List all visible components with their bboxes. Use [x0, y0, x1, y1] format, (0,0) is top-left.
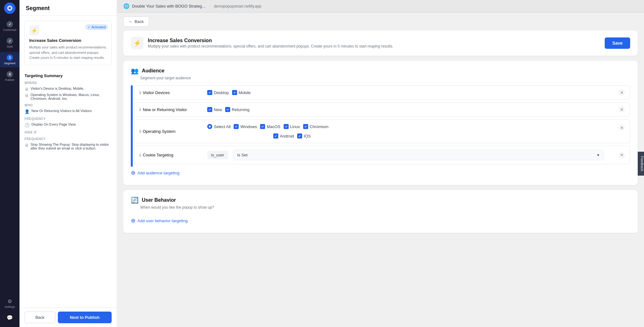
campaign-header-card: ⚡ Increase Sales Conversion Multiply you… — [123, 31, 638, 56]
save-button[interactable]: Save — [605, 37, 630, 49]
svg-point-1 — [8, 7, 11, 9]
cookie-info-icon[interactable]: ℹ — [139, 153, 141, 158]
desktop-label: Desktop — [214, 90, 229, 95]
where-os-text: Operating System is Windows, Macos, Linu… — [31, 93, 112, 100]
frequency-label: FREQUENCY — [25, 117, 112, 121]
targeting-summary: Targeting Summary WHERE 🖥 Visitor's Devi… — [19, 70, 117, 156]
back-nav-button[interactable]: ← Back — [123, 16, 149, 27]
mobile-checkbox[interactable] — [232, 90, 237, 95]
ios-checkbox-item[interactable]: IOS — [297, 133, 311, 138]
ios-checkbox[interactable] — [297, 133, 302, 138]
ios-label: IOS — [304, 134, 311, 138]
returning-checkbox[interactable] — [225, 107, 230, 112]
macos-label: MacOS — [267, 124, 280, 129]
left-navigation: ✓ Customize ✓ Style 3 Segment 4 Publish … — [0, 0, 19, 327]
is-set-select[interactable]: Is Set ▾ — [233, 150, 603, 160]
feedback-tab-label: Feedback — [640, 156, 644, 171]
chat-icon: 💬 — [7, 315, 13, 321]
mobile-checkbox-item[interactable]: Mobile — [232, 90, 251, 95]
visitor-devices-info-icon[interactable]: ℹ — [139, 90, 141, 95]
app-logo[interactable] — [4, 3, 15, 14]
nav-customize-label: Customize — [3, 28, 17, 31]
frequency-summary-icon: 🕐 — [25, 123, 30, 127]
nav-item-style[interactable]: ✓ Style — [0, 35, 19, 51]
campaign-main-title: Increase Sales Conversion — [148, 38, 393, 43]
user-behavior-section: 🔄 User Behavior When would you like the … — [123, 190, 638, 233]
new-checkbox[interactable] — [207, 107, 212, 112]
user-behavior-header: 🔄 User Behavior — [131, 196, 630, 204]
nav-item-settings[interactable]: ⚙ Settings — [0, 296, 19, 311]
macos-checkbox-item[interactable]: MacOS — [260, 124, 280, 129]
audience-header: 👥 Audience — [131, 67, 630, 75]
operating-system-row: ℹ Operating System Select All — [134, 119, 630, 143]
macos-checkbox[interactable] — [260, 124, 265, 129]
feedback-tab[interactable]: Feedback — [638, 151, 644, 175]
accent-bar — [131, 85, 133, 167]
chromium-checkbox[interactable] — [303, 124, 308, 129]
where-label: WHERE — [25, 81, 112, 85]
cookie-targeting-row: ℹ Cookie Targeting is_user Is Set ▾ ✕ — [134, 146, 630, 164]
add-audience-targeting-button[interactable]: ⊕ Add audience targeting — [131, 167, 180, 179]
audience-rows-container: ℹ Visitor Devices Desktop — [131, 85, 630, 167]
add-audience-targeting-label: Add audience targeting — [137, 171, 180, 175]
customize-step-icon: ✓ — [7, 21, 13, 27]
hide-frequency-label: FREQUENCY — [25, 137, 112, 141]
campaign-info: ⚡ Increase Sales Conversion Multiply you… — [131, 37, 393, 49]
new-label: New — [214, 107, 222, 112]
mobile-label: Mobile — [239, 90, 251, 95]
os-row2: Android IOS — [207, 133, 613, 138]
nav-item-customize[interactable]: ✓ Customize — [0, 19, 19, 34]
browser-top-bar: 🌐 Double Your Sales with BOGO Strateg...… — [117, 0, 644, 13]
audience-icon: 👥 — [131, 67, 139, 75]
new-returning-info-icon[interactable]: ℹ — [139, 107, 141, 112]
device-summary-icon: 🖥 — [25, 87, 29, 92]
frequency-item: 🕐 Display On Every Page View. — [25, 122, 112, 127]
browser-tab-title: Double Your Sales with BOGO Strateg... — [132, 4, 205, 8]
nav-item-publish[interactable]: 4 Publish — [0, 69, 19, 84]
android-checkbox[interactable] — [273, 133, 278, 138]
chromium-checkbox-item[interactable]: Chromium — [303, 124, 329, 129]
os-options: Select All Windows — [207, 124, 613, 138]
new-returning-close-button[interactable]: ✕ — [619, 106, 625, 113]
segment-step-badge: 3 — [7, 54, 13, 61]
returning-checkbox-item[interactable]: Returning — [225, 107, 249, 112]
cookie-targeting-label: Cookie Targeting — [143, 153, 173, 157]
content-area: ⚡ Increase Sales Conversion Multiply you… — [117, 31, 644, 244]
os-info-icon[interactable]: ℹ — [139, 129, 141, 134]
back-button-sidebar[interactable]: Back — [25, 312, 55, 323]
hide-summary-icon: 🖥 — [25, 143, 29, 148]
visitor-devices-label: Visitor Devices — [143, 90, 170, 95]
where-item-device: 🖥 Visitor's Device is Desktop, Mobile, — [25, 87, 112, 92]
campaign-title-sidebar: Increase Sales Conversion — [29, 38, 107, 43]
linux-checkbox[interactable] — [284, 124, 289, 129]
campaign-desc-sidebar: Multiply your sales with product recomme… — [29, 45, 107, 60]
audience-rows: ℹ Visitor Devices Desktop — [134, 85, 630, 167]
windows-checkbox[interactable] — [234, 124, 239, 129]
cookie-name-value[interactable]: is_user — [207, 151, 228, 159]
windows-checkbox-item[interactable]: Windows — [234, 124, 257, 129]
activated-badge: Activated — [85, 24, 108, 30]
os-summary-icon: 🖥 — [25, 93, 29, 98]
desktop-checkbox-item[interactable]: Desktop — [207, 90, 229, 95]
add-user-behavior-targeting-button[interactable]: ⊕ Add user behavior targeting — [131, 215, 188, 227]
select-all-radio[interactable] — [207, 124, 212, 129]
android-label: Android — [280, 134, 294, 138]
cookie-close-button[interactable]: ✕ — [619, 152, 625, 158]
android-checkbox-item[interactable]: Android — [273, 133, 294, 138]
new-checkbox-item[interactable]: New — [207, 107, 222, 112]
nav-item-chat[interactable]: 💬 — [0, 312, 19, 323]
browser-url: demopopupsmart.netlify.app — [214, 4, 261, 8]
linux-checkbox-item[interactable]: Linux — [284, 124, 300, 129]
visitor-devices-close-button[interactable]: ✕ — [619, 89, 625, 96]
select-all-item[interactable]: Select All — [207, 124, 230, 129]
add-behavior-targeting-label: Add user behavior targeting — [137, 218, 188, 223]
nav-publish-label: Publish — [5, 78, 14, 82]
next-to-publish-button[interactable]: Next to Publish — [58, 312, 112, 323]
nav-style-label: Style — [7, 45, 13, 48]
cookie-label-col: ℹ Cookie Targeting — [139, 153, 202, 158]
nav-item-segment[interactable]: 3 Segment — [0, 52, 19, 67]
os-close-button[interactable]: ✕ — [619, 125, 625, 131]
select-all-label: Select All — [214, 124, 230, 129]
desktop-checkbox[interactable] — [207, 90, 212, 95]
new-returning-label-col: ℹ New or Returning Visitor — [139, 107, 202, 112]
